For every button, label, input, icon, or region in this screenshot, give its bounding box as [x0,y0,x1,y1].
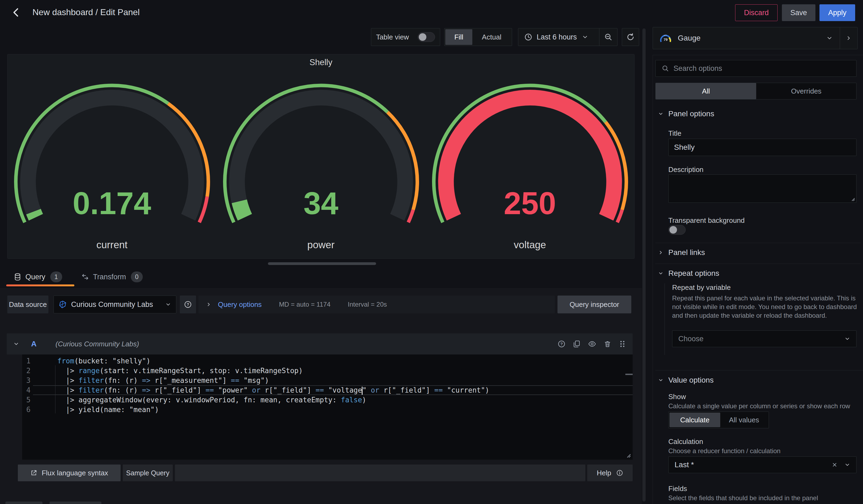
gauge-row: 0.174current34power250voltage [8,69,634,255]
fields-description: Select the fields that should be include… [668,494,818,502]
clock-icon [524,33,532,41]
info-circle-icon [616,469,623,476]
fill-option[interactable]: Fill [445,29,472,45]
textarea-resize-handle[interactable] [850,197,855,201]
drag-handle-icon[interactable] [618,340,626,348]
code-line-5[interactable]: 5 |> aggregateWindow(every: v.windowPeri… [22,395,633,405]
svg-text:?: ? [560,341,563,346]
tab-all[interactable]: All [655,83,756,99]
datasource-picker[interactable]: Curious Community Labs [53,295,176,313]
code-text: |> range(start: v.timeRangeStart, stop: … [57,366,303,376]
repeat-variable-select[interactable]: Choose [672,330,856,347]
value-options-header[interactable]: Value options [658,376,714,385]
expression-button[interactable] [49,502,101,504]
svg-text:?: ? [187,302,189,307]
delete-query-icon[interactable] [603,340,612,348]
duplicate-query-icon[interactable] [573,340,581,348]
code-line-3[interactable]: 3 |> filter(fn: (r) => r["_measurement"]… [22,376,633,385]
grafana-edit-panel: New dashboard / Edit Panel Discard Save … [0,0,863,504]
transform-tab[interactable]: Transform 0 [81,270,143,284]
panel-title-input[interactable]: Shelly [668,139,856,156]
help-button[interactable]: Help [587,465,633,481]
code-line-1[interactable]: 1from(bucket: "shelly") [22,356,633,366]
code-text: |> yield(name: "mean") [57,405,159,415]
query-options-bar[interactable]: Query options MD = auto = 1174 Interval … [198,295,555,313]
query-tab-label: Query [25,273,46,281]
gauge-value: 250 [426,185,635,222]
page-title: New dashboard / Edit Panel [33,7,140,17]
discard-button[interactable]: Discard [735,4,778,21]
flux-code-editor[interactable]: 1from(bucket: "shelly")2 |> range(start:… [22,354,633,459]
query-ref-id: A [31,340,37,348]
options-filter-tabs: All Overrides [655,83,856,100]
line-number: 4 [22,385,35,395]
add-query-button[interactable] [5,502,42,504]
refresh-button[interactable] [622,28,639,46]
options-pane [653,55,863,504]
all-values-option[interactable]: All values [720,416,768,424]
query-inspector-button[interactable]: Query inspector [558,295,631,313]
query-tab[interactable]: Query 1 [13,270,62,284]
gauge-viz-icon: 79 [659,33,672,43]
repeat-options-header[interactable]: Repeat options [658,269,719,278]
gauge-label: power [216,239,426,251]
panel-links-header[interactable]: Panel links [658,248,705,257]
editor-footer-spacer[interactable] [175,465,585,481]
visualization-name: Gauge [678,34,826,42]
editor-scroll-decoration [625,374,633,375]
influxdb-icon [59,300,67,308]
time-range-picker[interactable]: Last 6 hours [518,33,599,41]
value-options-title: Value options [668,376,714,385]
zoom-out-button[interactable] [599,33,617,41]
external-link-icon [30,469,37,476]
back-button[interactable] [10,6,23,19]
panel-links-title: Panel links [668,248,705,257]
fill-actual-switch: Fill Actual [444,28,512,46]
query-count-badge: 1 [50,272,62,282]
transparent-background-toggle[interactable] [668,225,686,235]
show-description: Calculate a single value per column or s… [668,402,850,411]
database-icon [13,273,22,281]
clear-icon[interactable] [831,462,838,468]
transform-count-badge: 0 [131,272,143,282]
repeat-options-title: Repeat options [668,269,719,278]
chevron-right-icon [846,35,852,41]
query-row-header[interactable]: A (Curious Community Labs) ? [7,333,633,354]
sample-query-button[interactable]: Sample Query [123,465,173,481]
actual-option[interactable]: Actual [472,33,511,41]
collapse-options-button[interactable] [840,35,857,41]
query-help-icon[interactable]: ? [558,340,566,348]
table-view-toggle[interactable] [418,32,435,42]
tab-overrides[interactable]: Overrides [756,87,856,96]
chevron-down-icon [845,462,850,468]
toggle-knob [419,33,426,41]
visualization-picker[interactable]: 79 Gauge [653,27,858,49]
arrow-left-icon [11,7,22,18]
code-line-6[interactable]: 6 |> yield(name: "mean") [22,405,633,415]
hide-query-icon[interactable] [588,340,597,348]
table-view-control: Table view [371,28,440,46]
panel-description-input[interactable] [668,174,856,203]
calculation-select[interactable]: Last * [668,456,856,473]
zoom-out-icon [604,33,613,41]
editor-resize-handle[interactable] [625,452,631,458]
gauge-value: 34 [216,185,426,222]
panel-resize-handle[interactable] [268,262,376,265]
panel-options-header[interactable]: Panel options [658,110,714,118]
calculate-option[interactable]: Calculate [670,413,720,427]
gauge-arc [216,69,426,255]
active-tab-underline [6,285,74,286]
apply-button[interactable]: Apply [820,4,855,21]
code-line-4[interactable]: 4 |> filter(fn: (r) => r["_field"] == "p… [22,385,633,395]
datasource-help-button[interactable]: ? [180,295,196,313]
section-divider [655,243,861,243]
fields-label: Fields [668,484,687,493]
flux-syntax-button[interactable]: Flux language syntax [18,465,121,481]
search-options-field[interactable]: Search options [655,60,856,77]
calculation-value: Last * [675,461,831,469]
code-text: from(bucket: "shelly") [57,356,150,366]
code-line-2[interactable]: 2 |> range(start: v.timeRangeStart, stop… [22,366,633,376]
save-button[interactable]: Save [782,4,815,21]
main-scrollbar[interactable] [642,28,646,502]
refresh-icon [626,33,635,41]
